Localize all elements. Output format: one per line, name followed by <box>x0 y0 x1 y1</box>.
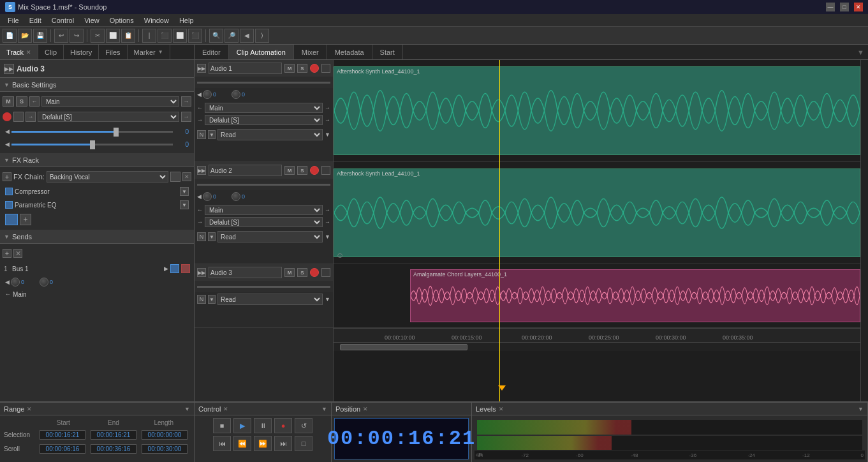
fx-compressor-power[interactable] <box>5 188 13 195</box>
toolbar-tool3[interactable]: ⬜ <box>173 29 187 43</box>
track1-auto-down[interactable]: ▼ <box>208 130 216 139</box>
range-selection-length[interactable] <box>142 430 188 440</box>
stop2-button[interactable]: □ <box>295 436 313 451</box>
track1-auto-n[interactable]: N <box>197 130 206 139</box>
track2-out-select[interactable]: Defalut [S] <box>205 217 323 227</box>
track3-auto-down[interactable]: ▼ <box>208 295 216 304</box>
output-back-button[interactable]: → <box>26 112 36 122</box>
pan-slider[interactable] <box>11 144 173 145</box>
track3-auto-n[interactable]: N <box>197 295 206 304</box>
sends-play-button[interactable]: ▶ <box>164 265 168 272</box>
track2-auto-down[interactable]: ▼ <box>208 232 216 241</box>
fx-close-button[interactable]: ✕ <box>182 172 191 181</box>
track3-mute[interactable]: M <box>284 268 295 277</box>
tab-marker[interactable]: Marker ▼ <box>128 45 170 59</box>
fx-compressor-dropdown[interactable]: ▼ <box>180 187 189 196</box>
right-scrollbar[interactable] <box>860 60 868 401</box>
sends-pan-knob[interactable] <box>40 278 48 287</box>
toolbar-open[interactable]: 📂 <box>18 29 32 43</box>
input-fwd-button[interactable]: → <box>181 96 191 107</box>
toolbar-tool2[interactable]: ⬛ <box>158 29 172 43</box>
fx-eq-dropdown[interactable]: ▼ <box>180 200 189 209</box>
range-scroll-length[interactable] <box>142 444 188 454</box>
sends-remove-button[interactable]: ✕ <box>13 249 22 258</box>
track2-vol-knob[interactable] <box>203 192 212 201</box>
track2-auto-select[interactable]: Read <box>217 231 323 242</box>
toolbar-zoom-in[interactable]: 🔍 <box>209 29 223 43</box>
fx-chain-select[interactable]: Backing Vocal <box>47 171 168 183</box>
track1-out-select[interactable]: Defalut [S] <box>205 115 323 125</box>
range-selection-end[interactable] <box>91 430 136 440</box>
menu-window[interactable]: Window <box>139 15 174 26</box>
track1-pan-knob[interactable] <box>232 90 240 99</box>
input-back-button[interactable]: ← <box>29 96 40 107</box>
track1-in-select[interactable]: Main <box>205 103 323 113</box>
track2-mute[interactable]: M <box>284 166 295 175</box>
toolbar-paste[interactable]: 📋 <box>121 29 135 43</box>
track3-solo[interactable]: S <box>297 268 307 277</box>
fx-add-button[interactable]: + <box>3 172 11 181</box>
menu-file[interactable]: File <box>3 15 24 26</box>
stop-button[interactable]: ■ <box>213 418 231 433</box>
track2-rec[interactable] <box>310 166 319 175</box>
waveform-area[interactable]: Aftershock Synth Lead_44100_1 Aftershock… <box>334 60 860 401</box>
toolbar-save[interactable]: 💾 <box>33 29 47 43</box>
sends-power-button[interactable] <box>170 264 179 273</box>
toolbar-undo[interactable]: ↩ <box>54 29 68 43</box>
track3-clip[interactable]: Amalgamate Chord Layers_44100_1 <box>410 269 860 322</box>
track2-fwd-btn[interactable]: ▶▶ <box>197 166 206 175</box>
fast-forward-button[interactable]: ⏩ <box>254 436 272 451</box>
menu-edit[interactable]: Edit <box>24 15 47 26</box>
tab-files[interactable]: Files <box>99 45 127 59</box>
track3-sq[interactable] <box>321 268 330 277</box>
sends-add-button[interactable]: + <box>3 249 11 258</box>
record-transport-button[interactable]: ● <box>274 418 292 433</box>
track1-rec[interactable] <box>310 64 319 73</box>
range-dropdown[interactable]: ▼ <box>184 406 190 412</box>
rewind-start-button[interactable]: ⏮ <box>213 436 231 451</box>
toolbar-copy[interactable]: ⬜ <box>106 29 120 43</box>
control-close[interactable]: ✕ <box>223 406 228 412</box>
menu-options[interactable]: Options <box>105 15 139 26</box>
levels-close[interactable]: ✕ <box>499 406 504 412</box>
range-scroll-end[interactable] <box>91 444 136 454</box>
track2-in-select[interactable]: Main <box>205 205 323 215</box>
toolbar-tool4[interactable]: ⬛ <box>188 29 202 43</box>
loop-button[interactable]: ↺ <box>295 418 313 433</box>
mute-button[interactable]: M <box>3 96 14 107</box>
track3-vol-slider[interactable] <box>197 286 330 288</box>
track1-mute[interactable]: M <box>284 64 295 73</box>
tab-clip-automation[interactable]: Clip Automation <box>229 45 294 59</box>
track1-auto-select[interactable]: Read <box>217 129 323 140</box>
fx-rack-section[interactable]: ▼ FX Rack <box>0 153 194 167</box>
track1-vol-knob[interactable] <box>203 90 212 99</box>
main-select[interactable]: Main <box>41 96 179 107</box>
track1-solo[interactable]: S <box>297 64 307 73</box>
track3-fwd-btn[interactable]: ▶▶ <box>197 268 206 277</box>
levels-dropdown[interactable]: ▼ <box>858 406 864 412</box>
track2-clip[interactable]: Aftershock Synth Lead_44100_1 <box>334 168 860 257</box>
minimize-button[interactable]: — <box>826 3 835 11</box>
sends-config-button[interactable] <box>181 264 190 273</box>
toolbar-new[interactable]: 📄 <box>3 29 17 43</box>
track3-rec[interactable] <box>310 268 319 277</box>
toolbar-cut[interactable]: ✂ <box>91 29 105 43</box>
tab-editor[interactable]: Editor <box>195 45 229 59</box>
track2-solo[interactable]: S <box>297 166 307 175</box>
solo-button[interactable]: S <box>16 96 27 107</box>
tab-marker-arrow[interactable]: ▼ <box>158 49 163 55</box>
track2-sq[interactable] <box>321 166 330 175</box>
fx-power-large[interactable] <box>5 214 18 225</box>
close-button[interactable]: ✕ <box>854 3 863 11</box>
basic-settings-section[interactable]: ▼ Basic Settings <box>0 78 194 92</box>
track1-fwd-btn[interactable]: ▶▶ <box>197 64 206 73</box>
right-tab-end[interactable]: ▼ <box>853 45 868 59</box>
pause-button[interactable]: ⏸ <box>254 418 272 433</box>
range-close[interactable]: ✕ <box>27 406 32 412</box>
monitor-button[interactable] <box>13 112 24 122</box>
track1-clip[interactable]: Aftershock Synth Lead_44100_1 <box>334 66 860 155</box>
tab-clip[interactable]: Clip <box>38 45 64 59</box>
track-forward-button[interactable]: ▶▶ <box>4 64 14 74</box>
track1-vol-slider[interactable] <box>197 82 330 84</box>
fx-add-large[interactable]: + <box>20 214 31 225</box>
